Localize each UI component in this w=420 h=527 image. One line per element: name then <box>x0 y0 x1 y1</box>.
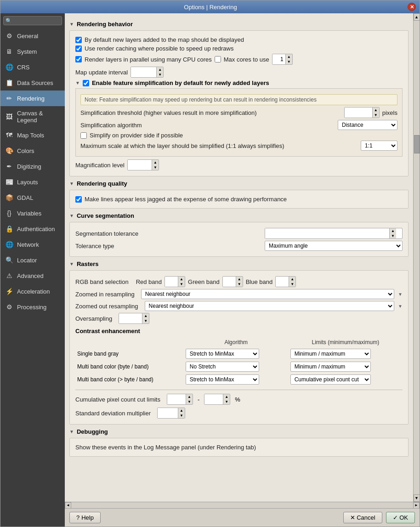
cumulative-min-input[interactable]: 2,0 <box>167 394 186 404</box>
magnification-spinbox[interactable]: 100% ▲ ▼ <box>127 159 159 170</box>
cum-max-down[interactable]: ▼ <box>223 399 230 404</box>
red-up[interactable]: ▲ <box>178 277 185 282</box>
multi-byte-limits-select[interactable]: Minimum / maximum Cumulative pixel count… <box>290 362 371 372</box>
multi-gt-byte-algo-select[interactable]: Stretch to MinMax No Stretch Stretch and… <box>186 374 259 385</box>
single-gray-limits-select[interactable]: Minimum / maximum Cumulative pixel count… <box>290 349 371 359</box>
scroll-down-arrow[interactable]: ▼ <box>414 494 420 502</box>
oversampling-spinbox[interactable]: 2,00 ▲ ▼ <box>119 313 149 324</box>
cumulative-max-spinbox[interactable]: 98,0 ▲ ▼ <box>204 394 230 405</box>
red-band-input[interactable]: 1 <box>165 277 178 287</box>
oversampling-up[interactable]: ▲ <box>142 313 149 318</box>
cb-render-caching[interactable] <box>75 45 82 52</box>
bottom-scrollbar[interactable]: ◄ ► <box>65 502 420 508</box>
cum-min-down[interactable]: ▼ <box>186 399 193 404</box>
sidebar-item-network[interactable]: 🌐 Network <box>0 237 65 252</box>
help-button[interactable]: ? Help <box>69 512 101 523</box>
max-cores-spinbox[interactable]: 1 ▲ ▼ <box>272 54 293 65</box>
sidebar-item-rendering[interactable]: ✏ Rendering <box>0 91 65 106</box>
tolerance-up[interactable]: ▲ <box>390 228 396 233</box>
magnification-input[interactable]: 100% <box>128 160 152 170</box>
blue-band-input[interactable]: 3 <box>276 277 289 287</box>
scroll-up-arrow[interactable]: ▲ <box>414 13 420 21</box>
green-band-input[interactable]: 2 <box>223 277 236 287</box>
magnification-up[interactable]: ▲ <box>152 160 159 165</box>
cb-simplify-provider[interactable] <box>80 132 87 139</box>
max-cores-up[interactable]: ▲ <box>286 54 292 59</box>
map-update-down[interactable]: ▼ <box>157 72 163 77</box>
cb-new-layers[interactable] <box>75 37 82 43</box>
curve-segmentation-header[interactable]: ▼ Curve segmentation <box>69 212 409 219</box>
cb-quality[interactable] <box>75 196 82 203</box>
close-button[interactable]: ✕ <box>408 3 416 11</box>
sidebar-item-data-sources[interactable]: 📋 Data Sources <box>0 75 65 91</box>
threshold-down[interactable]: ▼ <box>373 113 379 118</box>
tolerance-down[interactable]: ▼ <box>390 233 396 238</box>
cb-parallel[interactable] <box>75 56 82 62</box>
blue-down[interactable]: ▼ <box>289 282 295 287</box>
sidebar-item-crs[interactable]: 🌐 CRS <box>0 59 65 75</box>
std-dev-up[interactable]: ▲ <box>178 408 185 413</box>
tolerance-spinbox[interactable]: 1,00 ▲ ▼ <box>265 228 403 239</box>
green-up[interactable]: ▲ <box>236 277 243 282</box>
rendering-behavior-header[interactable]: ▼ Rendering behavior <box>69 21 409 28</box>
std-dev-spinbox[interactable]: 2,00 ▲ ▼ <box>157 408 185 419</box>
cumulative-max-input[interactable]: 98,0 <box>204 394 223 404</box>
cancel-button[interactable]: ✕ Cancel <box>343 512 382 523</box>
scroll-right-arrow[interactable]: ► <box>413 502 420 509</box>
max-cores-input[interactable]: 1 <box>272 54 285 64</box>
max-cores-down[interactable]: ▼ <box>286 59 292 64</box>
oversampling-input[interactable]: 2,00 <box>119 313 142 323</box>
sidebar-item-gdal[interactable]: 📦 GDAL <box>0 190 65 205</box>
search-input[interactable] <box>13 17 60 24</box>
sidebar-item-authentication[interactable]: 🔒 Authentication <box>0 221 65 237</box>
std-dev-down[interactable]: ▼ <box>178 413 185 418</box>
green-down[interactable]: ▼ <box>236 282 243 287</box>
sidebar-item-colors[interactable]: 🎨 Colors <box>0 143 65 159</box>
green-band-spinbox[interactable]: 2 ▲ ▼ <box>222 276 243 287</box>
sidebar-item-canvas-legend[interactable]: 🖼 Canvas & Legend <box>0 106 65 127</box>
oversampling-down[interactable]: ▼ <box>142 318 149 323</box>
cb-simplification[interactable] <box>83 80 89 86</box>
sidebar-item-map-tools[interactable]: 🗺 Map Tools <box>0 127 65 143</box>
std-dev-input[interactable]: 2,00 <box>158 408 178 418</box>
max-scale-select[interactable]: 1:1 <box>361 141 397 151</box>
sidebar-item-system[interactable]: 🖥 System <box>0 44 65 59</box>
cum-min-up[interactable]: ▲ <box>186 394 193 399</box>
ok-button[interactable]: ✓ OK <box>386 512 415 523</box>
multi-gt-byte-limits-select[interactable]: Cumulative pixel count cut Minimum / max… <box>290 374 371 385</box>
simplification-header-row[interactable]: ▼ Enable feature simplification by defau… <box>75 79 403 86</box>
tolerance-type-select[interactable]: Maximum angle Maximum difference <box>265 241 403 251</box>
sidebar-item-general[interactable]: ⚙ General <box>0 28 65 44</box>
magnification-down[interactable]: ▼ <box>152 165 159 170</box>
cum-max-up[interactable]: ▲ <box>223 394 230 399</box>
rasters-header[interactable]: ▼ Rasters <box>69 261 409 267</box>
threshold-up[interactable]: ▲ <box>373 108 379 113</box>
threshold-spinbox[interactable]: 1,00 ▲ ▼ <box>344 107 380 118</box>
sidebar-item-digitizing[interactable]: ✒ Digitizing <box>0 159 65 174</box>
map-update-input[interactable]: 250 ms <box>131 67 156 77</box>
blue-band-spinbox[interactable]: 3 ▲ ▼ <box>275 276 296 287</box>
search-box[interactable]: 🔍 <box>3 16 62 25</box>
red-band-spinbox[interactable]: 1 ▲ ▼ <box>165 276 185 287</box>
zoomed-in-select[interactable]: Nearest neighbour Bilinear Cubic <box>141 289 394 299</box>
tolerance-input[interactable]: 1,00 <box>265 228 389 238</box>
map-update-up[interactable]: ▲ <box>157 67 163 72</box>
scroll-thumb[interactable] <box>414 135 420 153</box>
cb-max-cores[interactable] <box>215 56 221 62</box>
rendering-quality-header[interactable]: ▼ Rendering quality <box>69 180 409 187</box>
sidebar-item-acceleration[interactable]: ⚡ Acceleration <box>0 283 65 299</box>
blue-up[interactable]: ▲ <box>289 277 295 282</box>
threshold-input[interactable]: 1,00 <box>345 108 372 118</box>
single-gray-algo-select[interactable]: Stretch to MinMax No Stretch Stretch and… <box>186 349 259 359</box>
sidebar-item-locator[interactable]: 🔍 Locator <box>0 252 65 268</box>
multi-byte-algo-select[interactable]: No Stretch Stretch to MinMax Stretch and… <box>186 362 259 372</box>
scroll-left-arrow[interactable]: ◄ <box>65 502 71 509</box>
cumulative-min-spinbox[interactable]: 2,0 ▲ ▼ <box>167 394 193 405</box>
map-update-spinbox[interactable]: 250 ms ▲ ▼ <box>131 67 164 78</box>
sidebar-item-processing[interactable]: ⚙ Processing <box>0 299 65 315</box>
zoomed-out-select[interactable]: Nearest neighbour Bilinear Cubic <box>145 301 395 311</box>
sidebar-item-advanced[interactable]: ⚠ Advanced <box>0 268 65 283</box>
algorithm-select[interactable]: Distance Snap to grid Visvalingam <box>338 120 397 130</box>
scrollbar[interactable]: ▲ ▼ <box>413 13 420 502</box>
debugging-header[interactable]: ▼ Debugging <box>69 428 409 435</box>
